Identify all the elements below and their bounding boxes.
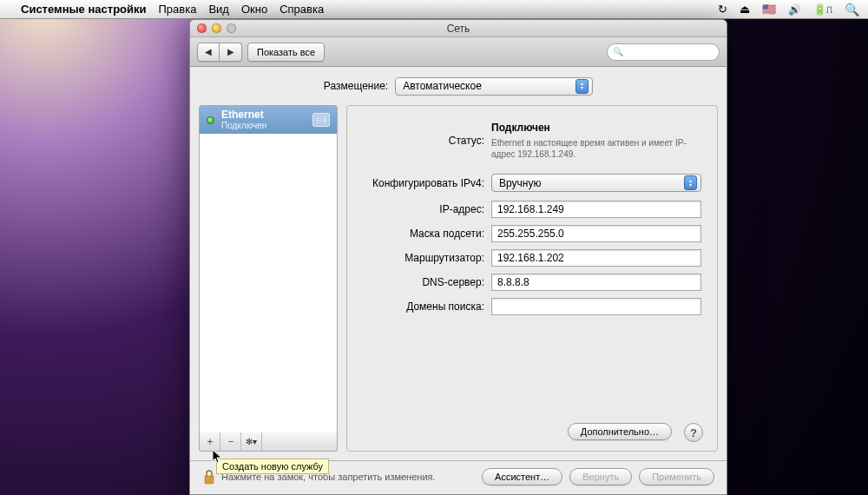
window-title: Сеть: [190, 23, 727, 35]
input-source-icon[interactable]: 🇺🇸: [762, 3, 776, 16]
router-input[interactable]: [491, 249, 701, 267]
minimize-button[interactable]: [212, 23, 221, 33]
time-machine-icon[interactable]: ↻: [718, 3, 727, 16]
location-row: Размещение: Автоматическое: [190, 67, 727, 105]
settings-panel: Статус: Подключен Ethernet в настоящее в…: [346, 105, 718, 452]
status-label: Статус:: [363, 135, 484, 147]
cursor-icon: [213, 450, 223, 468]
toolbar: ◀ ▶ Показать все: [190, 37, 727, 67]
mask-input[interactable]: [491, 225, 701, 242]
search-domains-label: Домены поиска:: [363, 300, 484, 313]
show-all-button[interactable]: Показать все: [247, 43, 325, 62]
services-sidebar: Ethernet Подключен ⟨···⟩ ＋ － ✻▾: [199, 105, 338, 452]
status-description: Ethernet в настоящее время активен и име…: [491, 137, 691, 160]
volume-icon[interactable]: [788, 3, 801, 16]
menu-window[interactable]: Окно: [241, 3, 267, 16]
tooltip: Создать новую службу: [216, 459, 329, 474]
remove-service-button[interactable]: －: [220, 432, 241, 451]
preferences-window: Сеть ◀ ▶ Показать все Размещение: Автома…: [189, 19, 727, 495]
configure-value: Вручную: [499, 177, 541, 189]
status-value: Подключен: [491, 122, 701, 134]
app-menu[interactable]: Системные настройки: [21, 3, 147, 16]
add-service-button[interactable]: ＋: [200, 432, 220, 451]
location-label: Размещение:: [324, 80, 388, 92]
services-actions: ＋ － ✻▾: [199, 432, 338, 452]
service-actions-menu[interactable]: ✻▾: [241, 432, 262, 451]
zoom-button: [227, 23, 236, 33]
advanced-button[interactable]: Дополнительно…: [568, 423, 672, 440]
close-button[interactable]: [197, 23, 207, 33]
ip-label: IP-адрес:: [363, 203, 484, 215]
location-popup[interactable]: Автоматическое: [395, 77, 593, 96]
apply-button: Применить: [639, 468, 714, 485]
titlebar[interactable]: Сеть: [190, 20, 727, 37]
forward-button[interactable]: ▶: [220, 43, 242, 62]
ip-input[interactable]: [491, 201, 701, 218]
configure-label: Конфигурировать IPv4:: [363, 177, 484, 189]
back-button[interactable]: ◀: [197, 43, 220, 62]
menu-help[interactable]: Справка: [279, 3, 324, 16]
location-value: Автоматическое: [403, 80, 482, 92]
search-domains-input[interactable]: [491, 298, 701, 315]
service-status: Подключен: [221, 121, 266, 130]
status-dot-icon: [207, 116, 214, 124]
search-input[interactable]: [607, 43, 720, 61]
ethernet-icon: ⟨···⟩: [312, 113, 330, 127]
menubar: Системные настройки Правка Вид Окно Спра…: [0, 0, 868, 19]
lock-icon[interactable]: [202, 469, 216, 485]
battery-icon[interactable]: 🔋⎍: [813, 3, 832, 16]
configure-popup[interactable]: Вручную: [491, 174, 701, 192]
menu-edit[interactable]: Правка: [159, 3, 197, 16]
service-name: Ethernet: [221, 109, 266, 121]
spotlight-icon[interactable]: 🔍: [845, 3, 859, 16]
mask-label: Маска подсети:: [363, 228, 484, 240]
popup-indicator-icon: [684, 175, 697, 190]
router-label: Маршрутизатор:: [363, 252, 484, 264]
popup-indicator-icon: [575, 79, 589, 94]
dns-label: DNS-сервер:: [363, 276, 484, 288]
services-list[interactable]: Ethernet Подключен ⟨···⟩: [199, 105, 338, 433]
help-button[interactable]: ?: [684, 423, 703, 442]
menu-view[interactable]: Вид: [208, 3, 229, 16]
revert-button: Вернуть: [569, 468, 632, 485]
service-ethernet[interactable]: Ethernet Подключен ⟨···⟩: [200, 106, 337, 134]
dns-input[interactable]: [491, 274, 701, 291]
assist-button[interactable]: Ассистент…: [482, 468, 562, 485]
eject-icon[interactable]: ⏏: [740, 3, 750, 16]
